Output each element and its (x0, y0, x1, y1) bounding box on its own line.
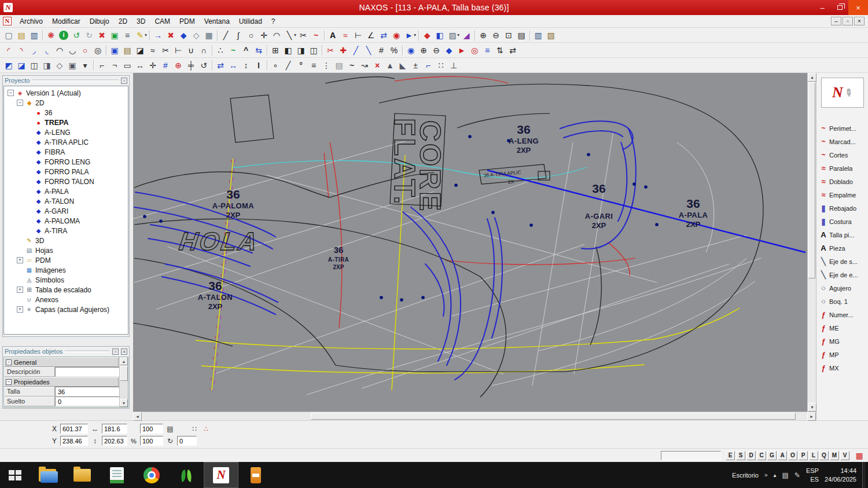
join-curves-icon[interactable]: ∪ (185, 44, 197, 57)
backslash-tool-icon[interactable]: ╲ (362, 44, 375, 57)
mode-button-d[interactable]: D (746, 451, 756, 460)
collapse-icon[interactable]: − (6, 359, 12, 365)
cut-red-tool-icon[interactable]: ✂ (324, 44, 337, 57)
rotation-field[interactable] (177, 436, 197, 446)
triangle-up-icon[interactable]: ▲ (384, 59, 396, 72)
menu-ventana[interactable]: Ventana (200, 16, 234, 27)
menu-3d[interactable]: 3D (132, 16, 150, 27)
side-tool-mg[interactable]: ƒMG (816, 335, 868, 348)
arrow-curve-icon[interactable]: ↝ (358, 59, 371, 72)
close-button[interactable]: × (848, 0, 868, 15)
add-notch-tool-icon[interactable]: ✚ (337, 44, 350, 57)
stretch-tool-icon[interactable]: I (252, 59, 265, 72)
wave-small-icon[interactable]: ~ (345, 59, 358, 72)
mode-button-o[interactable]: O (788, 451, 797, 460)
align-right-tool-icon[interactable]: ◨ (295, 44, 307, 57)
node-small-icon[interactable]: ∘ (269, 59, 282, 72)
side-tool-numer[interactable]: ƒNumer... (816, 308, 868, 321)
x-coordinate-field[interactable] (60, 424, 88, 434)
show-desktop-button[interactable] (862, 462, 866, 488)
menu-help[interactable]: ? (267, 16, 280, 27)
dim-hash-icon[interactable]: # (159, 59, 172, 72)
scroll-right-icon[interactable]: ► (807, 412, 816, 421)
level-tool-icon[interactable]: ⊥ (447, 59, 460, 72)
corner-radius-tool-icon[interactable]: ◜ (2, 44, 15, 57)
mode-button-s[interactable]: S (736, 451, 745, 460)
slant-line-icon[interactable]: ╱ (282, 59, 295, 72)
mode-button-c[interactable]: C (757, 451, 766, 460)
symmetry-tool-icon[interactable]: ╪ (185, 59, 197, 72)
small-diamond-tool-icon[interactable]: ◆ (443, 44, 455, 57)
align-left-tool-icon[interactable]: ◧ (282, 44, 295, 57)
swap-vertical-tool-icon[interactable]: ⇅ (494, 44, 506, 57)
property-value-field[interactable] (55, 397, 128, 406)
mdi-child-icon[interactable]: N (3, 17, 12, 25)
measure-minus-icon[interactable]: ⊖ (430, 44, 443, 57)
side-tool-cortes[interactable]: ~Cortes (816, 148, 868, 162)
drawing-canvas[interactable]: FLAT. CORE HOLA 36 A-TIRA APLIC 2X 36A-L… (133, 73, 807, 412)
arc-up-tool-icon[interactable]: ◠ (53, 44, 66, 57)
hidden-icons-button[interactable]: ▴ (773, 472, 776, 478)
desktop-toolbar-label[interactable]: Escritorio (732, 472, 759, 479)
title-bar[interactable]: N NAXOS - [113 - A-PALA, Talla base (36)… (0, 0, 868, 15)
dropdown-caret-icon[interactable]: ▾ (145, 32, 147, 38)
scissors-tool-icon[interactable]: ✂ (297, 29, 310, 42)
mode-button-q[interactable]: Q (819, 451, 829, 460)
wave-tool-icon[interactable]: ≈ (339, 29, 352, 42)
zoom-out-icon[interactable]: ⊖ (490, 29, 502, 42)
corner-chamfer-tool-icon[interactable]: ◝ (15, 44, 28, 57)
ruler-marks-icon[interactable]: ▤ (333, 59, 345, 72)
height-field[interactable] (102, 436, 127, 446)
arc-tool-icon[interactable]: ◠ (270, 29, 283, 42)
properties-scrollbar[interactable]: ▲ ▼ (119, 357, 128, 407)
scroll-down-icon[interactable]: ▼ (120, 399, 128, 407)
language-indicator[interactable]: ESP ES (806, 467, 819, 483)
scroll-down-icon[interactable]: ▼ (808, 403, 816, 412)
tree-item-capas-actual-agujeros[interactable]: +≡Capas (actual Agujeros) (4, 304, 128, 314)
angle-tool-icon[interactable]: ∠ (365, 29, 377, 42)
tree-item-simbolos[interactable]: ◬Símbolos (4, 275, 128, 285)
y-coordinate-field[interactable] (60, 436, 88, 446)
dropdown-caret-icon[interactable]: ▾ (457, 32, 459, 38)
scroll-up-icon[interactable]: ▲ (808, 73, 816, 82)
multi-line-icon[interactable]: ≡ (307, 59, 320, 72)
ghost-piece-icon[interactable]: ◇ (190, 29, 203, 42)
tree-item-fibra[interactable]: ◆FIBRA (4, 147, 128, 157)
target-tool-icon[interactable]: ◎ (468, 44, 481, 57)
line-tool-icon[interactable]: ╱ (219, 29, 232, 42)
tree-item-2d[interactable]: −◆2D (4, 98, 128, 108)
open-file-icon[interactable]: ▤ (15, 29, 28, 42)
redo-icon[interactable]: ↻ (83, 29, 95, 42)
mode-button-m[interactable]: M (830, 451, 839, 460)
pin-palette-icon[interactable]: ▾ (79, 59, 91, 72)
zoom-h-field[interactable] (140, 424, 163, 434)
tree-item-tabla-de-escalado[interactable]: +⊞Tabla de escalado (4, 285, 128, 295)
rotate-icon[interactable]: ↻ (165, 437, 175, 445)
scrollbar-thumb[interactable] (120, 366, 128, 381)
toolbar-chevron-icon[interactable]: » (764, 472, 768, 478)
measure-plus-icon[interactable]: ⊕ (417, 44, 430, 57)
align-center-tool-icon[interactable]: ◫ (307, 44, 320, 57)
offset-curve-icon[interactable]: ≈ (146, 44, 159, 57)
center-mark-icon[interactable]: ⊕ (172, 59, 185, 72)
tree-item-forro-leng[interactable]: ◆FORRO LENG (4, 157, 128, 167)
clock[interactable]: 14:44 24/06/2025 (825, 467, 856, 483)
grid-toggle-icon[interactable]: ▦ (203, 29, 215, 42)
mode-button-l[interactable]: L (809, 451, 818, 460)
side-tool-costura[interactable]: |||Costura (816, 215, 868, 228)
mode-button-v[interactable]: V (840, 451, 849, 460)
tree-item-a-leng[interactable]: ◆A-LENG (4, 127, 128, 137)
minimize-button[interactable]: – (814, 0, 831, 15)
divide-tool-icon[interactable]: % (388, 44, 400, 57)
help-book-icon[interactable]: ▧ (545, 29, 557, 42)
keyboard-input-icon[interactable]: ▤ (515, 29, 528, 42)
properties-panel-title[interactable]: Propiedades objetos ▫ × (3, 347, 129, 356)
taskbar-documents-button[interactable] (100, 462, 134, 488)
side-tool-boq-1[interactable]: ○Boq. 1 (816, 295, 868, 308)
triangle-right-icon[interactable]: ◣ (396, 59, 409, 72)
ellipse-tool-icon[interactable]: ○ (79, 44, 91, 57)
zoom-v-field[interactable] (140, 436, 163, 446)
magnet-snap-icon[interactable]: ◉ (404, 44, 417, 57)
panel-dock-button[interactable]: ▫ (121, 78, 127, 84)
save-file-icon[interactable]: ▥ (28, 29, 41, 42)
